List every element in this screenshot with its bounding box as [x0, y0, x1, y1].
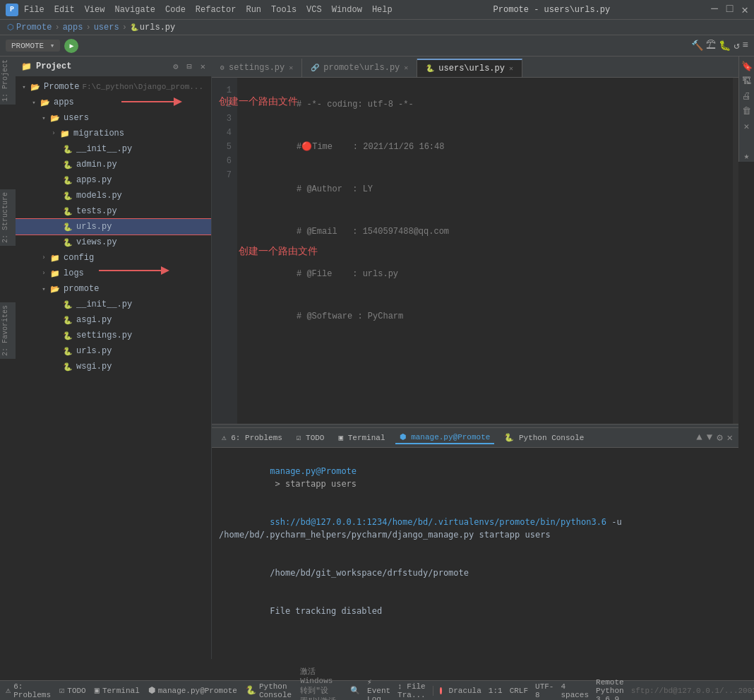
debug-icon[interactable]: 🐛 [719, 40, 731, 52]
tree-file-init-promote[interactable]: 🐍 __init__.py [16, 297, 211, 312]
spacer [52, 207, 61, 215]
menu-edit[interactable]: Edit [54, 5, 75, 15]
tree-file-models[interactable]: 🐍 models.py [16, 188, 211, 203]
run-config-dropdown[interactable]: ▾ [50, 42, 55, 50]
tree-label-wsgi: wsgi.py [76, 362, 112, 372]
tab-settings[interactable]: ⚙ settings.py ✕ [212, 59, 302, 77]
breadcrumb-users[interactable]: users [94, 23, 119, 32]
code-line-5: # @File : urls.py [246, 253, 724, 295]
indent-label[interactable]: 4 spaces [561, 682, 589, 699]
spacer [52, 160, 61, 169]
tree-root-promote[interactable]: ▾ 📂 Promote F:\C_python\Django_prom... [16, 79, 211, 95]
menu-file[interactable]: File [24, 5, 44, 15]
menu-run[interactable]: Run [246, 5, 261, 15]
print-icon[interactable]: 🖨 [742, 91, 751, 102]
menu-bar[interactable]: File Edit View Navigate Code Refactor Ru… [24, 5, 393, 15]
terminal-label: Terminal [102, 687, 140, 695]
more-icon[interactable]: ≡ [743, 40, 748, 52]
favorites-label[interactable]: 2: Favorites [0, 302, 16, 359]
breadcrumb-promote[interactable]: Promote [16, 23, 52, 32]
sidebar-settings[interactable]: ⚙ [173, 61, 178, 72]
scroll-up-icon[interactable]: ▲ [696, 432, 702, 444]
manage-status[interactable]: ⬢ manage.py@Promote [148, 685, 237, 696]
spacer [52, 300, 61, 309]
line-num-7: 7 [212, 168, 232, 182]
tree-folder-config[interactable]: › 📁 config [16, 250, 211, 266]
tree-folder-logs[interactable]: › 📁 logs [16, 266, 211, 281]
structure-label[interactable]: 2: Structure [0, 189, 16, 246]
python-console-tab[interactable]: 🐍 Python Console [500, 432, 588, 444]
tree-file-urls-users[interactable]: 🐍 urls.py [16, 219, 211, 235]
todo-tab[interactable]: ☑ TODO [292, 432, 329, 444]
python-console-status[interactable]: 🐍 Python Console [246, 682, 292, 699]
tab-close-promote-urls[interactable]: ✕ [404, 64, 408, 72]
menu-code[interactable]: Code [165, 5, 186, 15]
tab-close-settings[interactable]: ✕ [289, 64, 293, 72]
menu-navigate[interactable]: Navigate [114, 5, 155, 15]
sidebar-layout[interactable]: ⊟ [187, 61, 192, 72]
build-icon[interactable]: 🔨 [691, 40, 703, 52]
delete-icon[interactable]: 🗑 [742, 106, 751, 117]
minimize-button[interactable]: ─ [711, 3, 718, 17]
menu-tools[interactable]: Tools [271, 5, 297, 15]
tree-file-admin[interactable]: 🐍 admin.py [16, 157, 211, 172]
project-label[interactable]: 1: Project [0, 57, 16, 105]
tree-file-urls-promote[interactable]: 🐍 urls.py [16, 343, 211, 359]
terminal-tab[interactable]: ▣ Terminal [334, 432, 389, 444]
scroll-down-icon[interactable]: ▼ [707, 432, 712, 444]
tree-folder-users[interactable]: ▾ 📂 users [16, 110, 211, 126]
encoding-label[interactable]: UTF-8 [535, 682, 553, 699]
menu-refactor[interactable]: Refactor [196, 5, 237, 15]
tree-folder-migrations[interactable]: › 📁 migrations [16, 126, 211, 141]
breadcrumb-apps[interactable]: apps [63, 23, 83, 32]
tree-folder-promote[interactable]: ▾ 📂 promote [16, 281, 211, 297]
structure-icon[interactable]: 🏗 [742, 76, 751, 87]
problems-status[interactable]: ⚠ 6: Problems [6, 682, 51, 699]
window-controls[interactable]: ─ □ ✕ [711, 3, 748, 17]
tree-label-asgi: asgi.py [76, 315, 112, 325]
terminal-settings-icon[interactable]: ⚙ [717, 432, 722, 444]
tree-file-apps[interactable]: 🐍 apps.py [16, 172, 211, 188]
file-transfer[interactable]: ↕ File Tra... [397, 682, 426, 699]
reload-icon[interactable]: ↺ [734, 40, 739, 52]
terminal-close-icon[interactable]: ✕ [727, 432, 733, 444]
terminal-status[interactable]: ▣ Terminal [95, 685, 140, 696]
tree-folder-apps[interactable]: ▾ 📂 apps [16, 95, 211, 110]
tab-close-users-urls[interactable]: ✕ [509, 64, 513, 73]
manage-icon: ⬢ [148, 685, 155, 696]
menu-window[interactable]: Window [332, 5, 362, 15]
manage-tab[interactable]: ⬢ manage.py@Promote [395, 431, 495, 444]
run-config-label[interactable]: PROMOTE ▾ [6, 40, 60, 52]
close-button[interactable]: ✕ [741, 3, 748, 17]
line-ending-label[interactable]: CRLF [510, 687, 528, 695]
position-label[interactable]: 1:1 [489, 687, 503, 695]
menu-vcs[interactable]: VCS [306, 5, 322, 15]
tab-users-urls[interactable]: 🐍 users\urls.py ✕ [417, 59, 522, 77]
close-icon[interactable]: ✕ [744, 121, 750, 132]
tree-file-wsgi[interactable]: 🐍 wsgi.py [16, 359, 211, 374]
code-content[interactable]: # -*- coding: utf-8 -*- #🔴Time : 2021/11… [237, 78, 733, 424]
tree-file-settings-promote[interactable]: 🐍 settings.py [16, 328, 211, 343]
coverage-icon[interactable]: ⛱ [706, 40, 716, 52]
event-log[interactable]: ⚡ Event Log [367, 677, 390, 700]
tree-file-tests[interactable]: 🐍 tests.py [16, 203, 211, 219]
run-button[interactable]: ▶ [64, 39, 78, 53]
terminal-content[interactable]: manage.py@Promote > startapp users ssh:/… [212, 448, 738, 640]
todo-status[interactable]: ☑ TODO [59, 685, 86, 696]
menu-help[interactable]: Help [372, 5, 393, 15]
tab-promote-urls[interactable]: 🔗 promote\urls.py ✕ [302, 59, 417, 77]
bookmark-icon[interactable]: 🔖 [741, 61, 753, 72]
tree-file-init-users[interactable]: 🐍 __init__.py [16, 141, 211, 157]
restore-button[interactable]: □ [726, 3, 734, 17]
search-icon[interactable]: 🔍 [350, 686, 360, 695]
menu-view[interactable]: View [85, 5, 105, 15]
tree-file-views[interactable]: 🐍 views.py [16, 235, 211, 250]
theme-label[interactable]: Dracula [449, 687, 481, 695]
folder-icon: 📂 [30, 81, 41, 93]
interpreter-label[interactable]: Remote Python 3.6.9 [596, 678, 624, 701]
breadcrumb-file[interactable]: urls.py [140, 23, 175, 32]
star-icon[interactable]: ★ [744, 150, 750, 162]
problems-tab[interactable]: ⚠ 6: Problems [217, 432, 287, 444]
tree-file-asgi[interactable]: 🐍 asgi.py [16, 312, 211, 328]
sidebar-close[interactable]: ✕ [201, 61, 205, 72]
